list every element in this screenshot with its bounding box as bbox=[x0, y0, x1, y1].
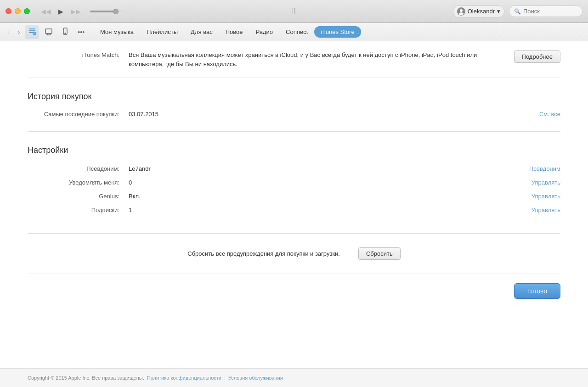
footer-copyright: Copyright © 2015 Apple Inc. Все права за… bbox=[28, 375, 144, 381]
reset-description: Сбросить все предупреждения для покупки … bbox=[187, 250, 340, 257]
notify-manage-link[interactable]: Управлять bbox=[531, 179, 560, 186]
nickname-action: Псевдоним bbox=[529, 164, 560, 173]
subscriptions-label: Подписки: bbox=[28, 207, 119, 213]
tab-my-music[interactable]: Моя музыка bbox=[94, 26, 140, 38]
user-name: Oleksandr bbox=[468, 8, 495, 15]
user-avatar-icon bbox=[457, 7, 465, 16]
nav-tabs: Моя музыка Плейлисты Для вас Новое Радио… bbox=[94, 26, 361, 38]
back-button[interactable]: ‹ bbox=[5, 27, 12, 38]
itunes-match-action: Подробнее bbox=[514, 50, 560, 63]
genius-value: Вкл. bbox=[129, 193, 531, 200]
terms-of-service-link[interactable]: Условия обслуживания bbox=[228, 375, 283, 381]
notify-value: 0 bbox=[129, 179, 531, 186]
settings-row-subscriptions: Подписки: 1 Управлять bbox=[28, 206, 560, 214]
footer: Copyright © 2015 Apple Inc. Все права за… bbox=[0, 368, 588, 387]
fastforward-button[interactable]: ▶▶ bbox=[69, 7, 83, 16]
apple-logo:  bbox=[292, 6, 295, 17]
details-button[interactable]: Подробнее bbox=[514, 50, 560, 63]
title-bar: ◀◀ ▶ ▶▶  Oleksandr ▾ 🔍 bbox=[0, 0, 588, 23]
nickname-link[interactable]: Псевдоним bbox=[529, 165, 560, 172]
maximize-button[interactable] bbox=[24, 8, 30, 14]
main-content: iTunes Match: Вся Ваша музыкальная колле… bbox=[0, 41, 588, 387]
reset-button[interactable]: Сбросить bbox=[358, 247, 401, 260]
recent-purchases-value: 03.07.2015 bbox=[129, 111, 158, 118]
genius-action: Управлять bbox=[531, 192, 560, 200]
subscriptions-manage-link[interactable]: Управлять bbox=[531, 207, 560, 213]
settings-title: Настройки bbox=[28, 146, 560, 155]
done-button[interactable]: Готово bbox=[514, 283, 560, 299]
rewind-button[interactable]: ◀◀ bbox=[39, 7, 53, 16]
history-title: История покупок bbox=[28, 92, 560, 101]
chevron-down-icon: ▾ bbox=[497, 8, 500, 15]
settings-row-notify: Уведомлять меня: 0 Управлять bbox=[28, 178, 560, 186]
forward-button[interactable]: › bbox=[15, 27, 23, 38]
view-all-link[interactable]: См. все bbox=[539, 111, 560, 118]
minimize-button[interactable] bbox=[15, 8, 21, 14]
close-button[interactable] bbox=[6, 8, 11, 14]
user-account-button[interactable]: Oleksandr ▾ bbox=[453, 6, 504, 17]
footer-separator: | bbox=[224, 375, 226, 381]
tab-connect[interactable]: Connect bbox=[279, 26, 314, 38]
tab-playlists[interactable]: Плейлисты bbox=[140, 26, 184, 38]
done-section: Готово bbox=[28, 274, 560, 308]
reset-section: Сбросить все предупреждения для покупки … bbox=[28, 234, 560, 274]
nickname-value: Le7andr bbox=[129, 165, 529, 172]
tab-new[interactable]: Новое bbox=[219, 26, 249, 38]
settings-row-genius: Genius: Вкл. Управлять bbox=[28, 192, 560, 200]
svg-point-1 bbox=[459, 12, 464, 15]
settings-row-nickname: Псевдоним: Le7andr Псевдоним bbox=[28, 164, 560, 173]
content-area: iTunes Match: Вся Ваша музыкальная колле… bbox=[0, 41, 588, 368]
tab-radio[interactable]: Радио bbox=[249, 26, 279, 38]
search-icon: 🔍 bbox=[514, 8, 521, 15]
play-button[interactable]: ▶ bbox=[57, 7, 65, 16]
settings-section: Настройки Псевдоним: Le7andr Псевдоним У… bbox=[28, 146, 560, 234]
notify-label: Уведомлять меня: bbox=[28, 179, 119, 186]
genius-label: Genius: bbox=[28, 193, 119, 200]
itunes-match-label: iTunes Match: bbox=[28, 50, 119, 58]
subscriptions-action: Управлять bbox=[531, 206, 560, 214]
recent-purchases-label: Самые последние покупки: bbox=[28, 111, 119, 118]
itunes-match-description: Вся Ваша музыкальная коллекция может хра… bbox=[129, 50, 505, 68]
title-bar-right: Oleksandr ▾ 🔍 bbox=[453, 6, 582, 17]
notify-action: Управлять bbox=[531, 178, 560, 186]
search-bar[interactable]: 🔍 bbox=[509, 6, 582, 17]
svg-rect-3 bbox=[29, 30, 35, 31]
nickname-label: Псевдоним: bbox=[28, 165, 119, 172]
volume-slider[interactable] bbox=[90, 11, 127, 12]
device-button[interactable] bbox=[58, 25, 72, 39]
history-section: История покупок Самые последние покупки:… bbox=[28, 92, 560, 132]
subscriptions-value: 1 bbox=[129, 207, 531, 213]
nav-bar: ‹ › ••• Моя музыка Плейлисты Для вас Нов… bbox=[0, 23, 588, 41]
tab-for-you[interactable]: Для вас bbox=[184, 26, 219, 38]
genius-manage-link[interactable]: Управлять bbox=[531, 193, 560, 200]
svg-point-12 bbox=[65, 33, 66, 34]
privacy-policy-link[interactable]: Политика конфиденциальности bbox=[147, 375, 221, 381]
svg-point-0 bbox=[460, 9, 463, 12]
search-input[interactable] bbox=[523, 8, 578, 15]
more-button[interactable]: ••• bbox=[75, 27, 87, 38]
svg-rect-7 bbox=[45, 29, 52, 34]
tv-button[interactable] bbox=[42, 25, 56, 39]
svg-rect-2 bbox=[29, 28, 35, 29]
music-library-button[interactable] bbox=[25, 25, 39, 39]
itunes-match-section: iTunes Match: Вся Ваша музыкальная колле… bbox=[28, 41, 560, 78]
tab-itunes-store[interactable]: iTunes Store bbox=[314, 26, 361, 38]
history-row: Самые последние покупки: 03.07.2015 См. … bbox=[28, 111, 560, 118]
window-controls bbox=[6, 8, 30, 14]
volume-thumb bbox=[113, 9, 119, 14]
transport-controls: ◀◀ ▶ ▶▶ bbox=[39, 7, 83, 16]
itunes-match-row: iTunes Match: Вся Ваша музыкальная колле… bbox=[28, 50, 560, 68]
